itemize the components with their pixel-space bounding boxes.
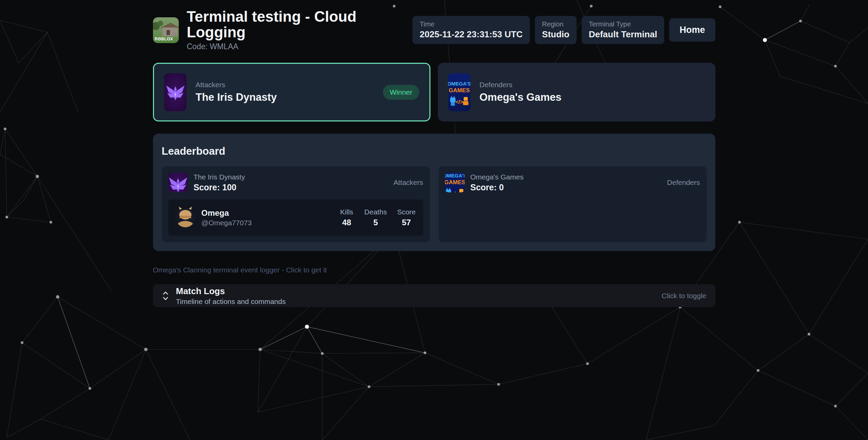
- player-meta: Omega @Omega77073: [201, 208, 252, 227]
- deaths-stat: Deaths 5: [364, 208, 387, 227]
- leaderboard-team-name: Omega's Games: [470, 173, 524, 181]
- main-content: RʘBLOX Terminal testing - Cloud Logging …: [153, 0, 715, 307]
- game-code: Code: WMLAA: [187, 42, 413, 51]
- defenders-text: Defenders Omega's Games: [480, 81, 562, 103]
- attackers-role-label: Attackers: [196, 81, 277, 89]
- iris-dynasty-emblem-icon: [164, 73, 187, 111]
- match-logs-subtitle: Timeline of actions and commands: [176, 298, 286, 306]
- leaderboard-team-header: Omega's Games Score: 0 Defenders: [445, 173, 700, 192]
- leaderboard-team-score: Score: 100: [194, 183, 245, 192]
- leaderboard-panel: Leaderboard The Iris Dynasty Score: 100 …: [153, 134, 715, 251]
- attackers-team-card[interactable]: Attackers The Iris Dynasty Winner: [153, 63, 430, 121]
- match-logs-toggle-bar[interactable]: Match Logs Timeline of actions and comma…: [153, 284, 715, 307]
- leaderboard-title: Leaderboard: [162, 145, 707, 157]
- header: RʘBLOX Terminal testing - Cloud Logging …: [153, 9, 715, 51]
- deaths-value: 5: [364, 218, 387, 227]
- region-label: Region: [542, 20, 570, 28]
- player-name: Omega: [201, 208, 252, 218]
- terminal-type-card: Terminal Type Default Terminal: [582, 16, 664, 44]
- time-label: Time: [420, 20, 523, 28]
- leaderboard-team-role: Defenders: [667, 178, 700, 187]
- attackers-team-name: The Iris Dynasty: [196, 91, 277, 103]
- player-row[interactable]: Omega @Omega77073 Kills 48 Deaths 5: [168, 199, 423, 236]
- event-logger-promo-link[interactable]: Omega's Clanning terminal event logger -…: [153, 266, 327, 274]
- time-value: 2025-11-22 23:31:53 UTC: [420, 29, 523, 40]
- match-logs-text: Match Logs Timeline of actions and comma…: [176, 286, 286, 306]
- leaderboard-team-score: Score: 0: [470, 183, 524, 192]
- omegas-games-logo-icon: OMEGA'S GAMES </>: [448, 73, 470, 111]
- score-label: Score: [397, 208, 416, 216]
- teams-row: Attackers The Iris Dynasty Winner OMEGA'…: [153, 63, 715, 121]
- time-card: Time 2025-11-22 23:31:53 UTC: [412, 16, 530, 44]
- roblox-wordmark: RʘBLOX: [155, 37, 173, 41]
- terminal-type-label: Terminal Type: [589, 20, 657, 28]
- leaderboard-team-attackers: The Iris Dynasty Score: 100 Attackers: [162, 166, 430, 242]
- leaderboard-team-meta: Omega's Games Score: 0: [470, 173, 524, 192]
- player-stats: Kills 48 Deaths 5 Score 57: [339, 208, 416, 227]
- unfold-chevrons-icon: [162, 290, 169, 301]
- roblox-game-thumbnail-icon: RʘBLOX: [153, 17, 179, 43]
- region-card: Region Studio: [535, 16, 577, 44]
- winner-badge: Winner: [383, 85, 419, 100]
- defenders-team-name: Omega's Games: [480, 91, 562, 103]
- kills-stat: Kills 48: [339, 208, 354, 227]
- kills-value: 48: [339, 218, 354, 227]
- score-value: 57: [397, 218, 416, 227]
- player-avatar: [176, 208, 195, 227]
- omegas-games-logo-small-icon: [445, 173, 465, 192]
- iris-dynasty-emblem-small-icon: [168, 173, 188, 192]
- leaderboard-team-role: Attackers: [393, 178, 423, 187]
- score-stat: Score 57: [397, 208, 416, 227]
- attackers-text: Attackers The Iris Dynasty: [196, 81, 277, 103]
- leaderboard-team-meta: The Iris Dynasty Score: 100: [194, 173, 245, 192]
- deaths-label: Deaths: [364, 208, 387, 216]
- home-button[interactable]: Home: [669, 18, 715, 42]
- match-logs-toggle-hint: Click to toggle: [662, 292, 707, 300]
- defenders-team-card[interactable]: OMEGA'S GAMES </>: [438, 63, 715, 121]
- leaderboard-grid: The Iris Dynasty Score: 100 Attackers: [162, 166, 707, 242]
- leaderboard-team-name: The Iris Dynasty: [194, 173, 245, 181]
- header-left: RʘBLOX Terminal testing - Cloud Logging …: [153, 9, 413, 51]
- kills-label: Kills: [339, 208, 354, 216]
- page-title: Terminal testing - Cloud Logging: [187, 9, 413, 40]
- match-logs-title: Match Logs: [176, 286, 286, 296]
- terminal-type-value: Default Terminal: [589, 29, 657, 40]
- leaderboard-team-defenders: Omega's Games Score: 0 Defenders: [439, 166, 707, 242]
- title-block: Terminal testing - Cloud Logging Code: W…: [187, 9, 413, 51]
- leaderboard-team-header: The Iris Dynasty Score: 100 Attackers: [168, 173, 423, 192]
- header-right: Time 2025-11-22 23:31:53 UTC Region Stud…: [412, 16, 715, 44]
- player-handle: @Omega77073: [201, 219, 252, 227]
- region-value: Studio: [542, 29, 570, 40]
- defenders-role-label: Defenders: [480, 81, 562, 89]
